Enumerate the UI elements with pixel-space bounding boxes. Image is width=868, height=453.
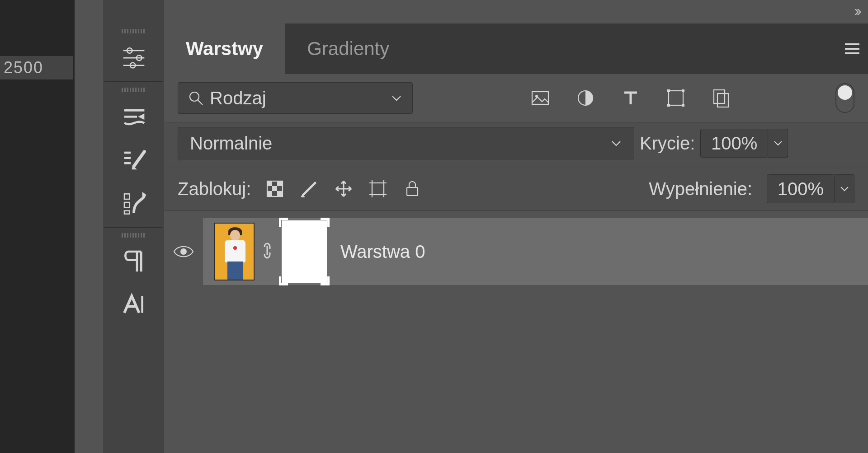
- svg-rect-26: [714, 90, 725, 103]
- fill-label[interactable]: Wypełnienie:: [649, 179, 752, 199]
- fill-chevron[interactable]: [835, 174, 854, 203]
- svg-line-17: [198, 100, 203, 105]
- opacity-chevron[interactable]: [768, 129, 788, 158]
- svg-point-40: [180, 248, 187, 255]
- svg-rect-18: [532, 92, 548, 104]
- expand-panel-icon[interactable]: ››: [854, 2, 859, 19]
- filter-smartobject-icon[interactable]: [711, 88, 731, 108]
- layer-list: Warstwa 0: [164, 211, 868, 285]
- chevron-down-icon: [610, 137, 622, 149]
- fill-value[interactable]: 100%: [767, 174, 835, 203]
- filter-adjustment-icon[interactable]: [576, 88, 595, 108]
- lock-transparency-icon[interactable]: [265, 179, 284, 198]
- dock-separator: [104, 227, 163, 228]
- search-icon: [188, 90, 203, 106]
- filter-pixel-icon[interactable]: [530, 88, 550, 108]
- filter-row: Rodzaj: [164, 74, 868, 122]
- layer-filter-select[interactable]: Rodzaj: [178, 82, 413, 114]
- ruler-value: 2500: [4, 58, 43, 77]
- brush-settings-panel-button[interactable]: [113, 137, 154, 181]
- svg-rect-31: [272, 186, 277, 191]
- filter-type-icons: [530, 88, 731, 108]
- svg-rect-33: [277, 191, 282, 196]
- panel-menu-button[interactable]: [836, 23, 868, 74]
- svg-rect-27: [717, 93, 728, 107]
- svg-rect-32: [267, 191, 272, 196]
- blend-mode-select[interactable]: Normalnie: [178, 127, 634, 159]
- layer-mask-thumbnail[interactable]: [282, 220, 327, 283]
- blend-opacity-row: Normalnie Krycie: 100%: [164, 122, 868, 167]
- lock-image-icon[interactable]: [300, 179, 319, 198]
- panel-tabbar: Warstwy Gradienty: [164, 23, 868, 74]
- lock-position-icon[interactable]: [334, 179, 353, 198]
- lock-fill-row: Zablokuj: Wypełnienie: 100%: [164, 167, 868, 211]
- ruler: 2500: [0, 56, 73, 79]
- dock-grip[interactable]: [122, 233, 146, 238]
- svg-rect-24: [667, 104, 670, 107]
- blend-mode-value: Normalnie: [190, 133, 272, 154]
- lock-artboard-icon[interactable]: [368, 179, 387, 198]
- svg-rect-34: [372, 183, 384, 195]
- filter-label: Rodzaj: [210, 88, 266, 108]
- svg-rect-21: [669, 91, 683, 105]
- svg-rect-29: [267, 181, 272, 186]
- layer-visibility-toggle[interactable]: [164, 218, 203, 285]
- filter-shape-icon[interactable]: [666, 88, 686, 108]
- layers-panel: Warstwy Gradienty Rodzaj Normalnie: [164, 23, 868, 453]
- layer-row[interactable]: Warstwa 0: [182, 218, 868, 285]
- filter-toggle[interactable]: [835, 83, 854, 113]
- paragraph-panel-button[interactable]: [113, 239, 154, 283]
- layer-thumbnail[interactable]: [214, 223, 255, 280]
- svg-rect-39: [407, 187, 418, 196]
- svg-rect-9: [124, 194, 130, 199]
- history-panel-button[interactable]: [113, 181, 154, 224]
- opacity-label[interactable]: Krycie:: [640, 133, 695, 154]
- dock-separator: [104, 81, 163, 82]
- chevron-down-icon: [840, 184, 849, 194]
- tab-layers[interactable]: Warstwy: [164, 23, 285, 74]
- svg-rect-25: [682, 104, 684, 107]
- opacity-value[interactable]: 100%: [700, 129, 768, 158]
- svg-rect-10: [124, 202, 130, 208]
- svg-rect-23: [682, 89, 684, 92]
- tab-gradients[interactable]: Gradienty: [285, 23, 411, 74]
- adjustments-panel-button[interactable]: [113, 35, 154, 79]
- svg-rect-11: [124, 211, 130, 214]
- svg-rect-30: [277, 181, 282, 186]
- chevron-down-icon: [391, 92, 402, 104]
- dock-grip[interactable]: [122, 29, 146, 33]
- tool-dock: [103, 0, 164, 453]
- lock-label: Zablokuj:: [178, 179, 251, 199]
- eye-icon: [172, 240, 195, 263]
- dock-grip[interactable]: [122, 88, 146, 92]
- filter-type-icon[interactable]: [621, 88, 641, 108]
- character-panel-button[interactable]: [113, 283, 154, 326]
- chevron-down-icon: [773, 138, 783, 148]
- brushes-panel-button[interactable]: [113, 94, 154, 137]
- layer-name[interactable]: Warstwa 0: [340, 242, 425, 262]
- layer-mask-link-icon[interactable]: [260, 241, 274, 262]
- svg-point-16: [190, 92, 199, 101]
- lock-all-icon[interactable]: [403, 179, 422, 198]
- svg-rect-22: [667, 89, 670, 92]
